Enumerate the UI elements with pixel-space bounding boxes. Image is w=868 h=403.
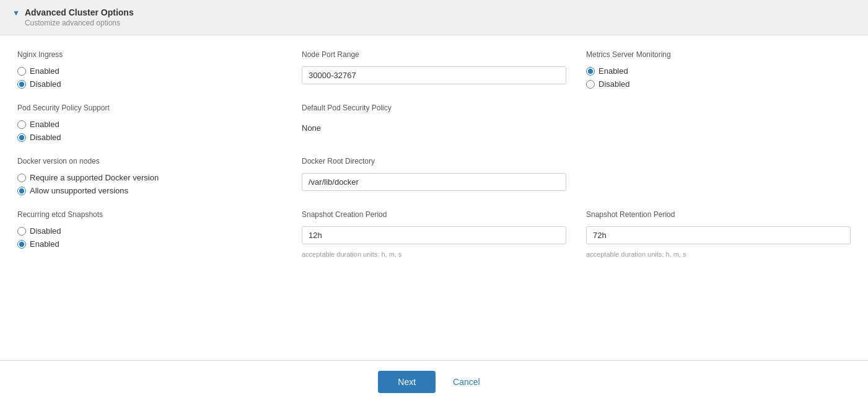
docker-version-label: Docker version on nodes [17, 157, 282, 166]
nginx-ingress-section: Nginx Ingress Enabled Disabled [17, 50, 282, 89]
pod-security-disabled-radio[interactable] [17, 133, 26, 142]
recurring-snapshots-radio-group: Disabled Enabled [17, 226, 282, 249]
nginx-ingress-label: Nginx Ingress [17, 50, 282, 59]
pod-security-enabled-label: Enabled [30, 120, 59, 129]
row-2: Pod Security Policy Support Enabled Disa… [17, 104, 851, 142]
default-pod-security-policy-section: Default Pod Security Policy None [302, 104, 566, 142]
snapshot-retention-input[interactable] [586, 226, 851, 244]
pod-security-policy-label: Pod Security Policy Support [17, 104, 282, 112]
docker-version-radio-group: Require a supported Docker version Allow… [17, 173, 282, 195]
metrics-server-enabled-label: Enabled [598, 66, 628, 76]
pod-security-enabled-radio[interactable] [17, 120, 26, 129]
snapshot-creation-hint: acceptable duration units: h, m, s [302, 250, 566, 258]
nginx-ingress-disabled-label: Disabled [30, 79, 61, 89]
metrics-server-disabled-option[interactable]: Disabled [586, 79, 851, 89]
pod-security-policy-radio-group: Enabled Disabled [17, 120, 282, 142]
pod-security-disabled-label: Disabled [30, 133, 61, 142]
nginx-ingress-radio-group: Enabled Disabled [17, 66, 282, 89]
snapshot-creation-section: Snapshot Creation Period acceptable dura… [302, 210, 566, 258]
snapshots-enabled-label: Enabled [30, 239, 59, 249]
row-1: Nginx Ingress Enabled Disabled Node Port… [17, 50, 851, 89]
panel-subtitle: Customize advanced options [25, 19, 134, 27]
docker-require-label: Require a supported Docker version [30, 173, 159, 182]
cancel-button[interactable]: Cancel [443, 371, 490, 393]
snapshot-retention-section: Snapshot Retention Period acceptable dur… [586, 210, 851, 258]
docker-require-option[interactable]: Require a supported Docker version [17, 173, 282, 182]
metrics-server-enabled-option[interactable]: Enabled [586, 66, 851, 76]
collapse-arrow-icon[interactable]: ▼ [12, 9, 20, 17]
node-port-range-section: Node Port Range [302, 50, 566, 89]
docker-root-dir-input[interactable] [302, 173, 566, 191]
node-port-range-input[interactable] [302, 66, 566, 84]
pod-security-enabled-option[interactable]: Enabled [17, 120, 282, 129]
metrics-server-disabled-radio[interactable] [586, 80, 595, 89]
nginx-ingress-disabled-radio[interactable] [17, 80, 26, 89]
row-3: Docker version on nodes Require a suppor… [17, 157, 851, 195]
metrics-server-label: Metrics Server Monitoring [586, 50, 851, 59]
docker-root-dir-section: Docker Root Directory [302, 157, 566, 195]
docker-require-radio[interactable] [17, 174, 26, 182]
snapshots-disabled-option[interactable]: Disabled [17, 226, 282, 236]
nginx-ingress-disabled-option[interactable]: Disabled [17, 79, 282, 89]
footer: Next Cancel [0, 360, 868, 403]
docker-root-dir-label: Docker Root Directory [302, 157, 566, 166]
default-pod-security-policy-value: None [302, 120, 566, 136]
snapshots-enabled-option[interactable]: Enabled [17, 239, 282, 249]
empty-section-row3 [586, 157, 851, 195]
next-button[interactable]: Next [378, 371, 436, 393]
nginx-ingress-enabled-option[interactable]: Enabled [17, 66, 282, 76]
snapshot-retention-hint: acceptable duration units: h, m, s [586, 250, 851, 258]
panel-body: Nginx Ingress Enabled Disabled Node Port… [0, 35, 868, 360]
snapshots-disabled-radio[interactable] [17, 227, 26, 236]
metrics-server-section: Metrics Server Monitoring Enabled Disabl… [586, 50, 851, 89]
recurring-snapshots-section: Recurring etcd Snapshots Disabled Enable… [17, 210, 282, 258]
default-pod-security-policy-label: Default Pod Security Policy [302, 104, 566, 112]
metrics-server-enabled-radio[interactable] [586, 67, 595, 76]
pod-security-policy-section: Pod Security Policy Support Enabled Disa… [17, 104, 282, 142]
metrics-server-radio-group: Enabled Disabled [586, 66, 851, 89]
docker-allow-option[interactable]: Allow unsupported versions [17, 186, 282, 195]
snapshot-retention-label: Snapshot Retention Period [586, 210, 851, 219]
panel-header: ▼ Advanced Cluster Options Customize adv… [0, 0, 868, 35]
pod-security-disabled-option[interactable]: Disabled [17, 133, 282, 142]
snapshot-creation-label: Snapshot Creation Period [302, 210, 566, 219]
snapshot-creation-input[interactable] [302, 226, 566, 244]
panel-title: Advanced Cluster Options [25, 7, 134, 17]
nginx-ingress-enabled-label: Enabled [30, 66, 59, 76]
empty-section-row2 [586, 104, 851, 142]
docker-version-section: Docker version on nodes Require a suppor… [17, 157, 282, 195]
docker-allow-radio[interactable] [17, 187, 26, 195]
docker-allow-label: Allow unsupported versions [30, 186, 128, 195]
recurring-snapshots-label: Recurring etcd Snapshots [17, 210, 282, 219]
node-port-range-label: Node Port Range [302, 50, 566, 59]
metrics-server-disabled-label: Disabled [598, 79, 630, 89]
snapshots-disabled-label: Disabled [30, 226, 61, 236]
nginx-ingress-enabled-radio[interactable] [17, 67, 26, 76]
row-4: Recurring etcd Snapshots Disabled Enable… [17, 210, 851, 258]
snapshots-enabled-radio[interactable] [17, 240, 26, 249]
